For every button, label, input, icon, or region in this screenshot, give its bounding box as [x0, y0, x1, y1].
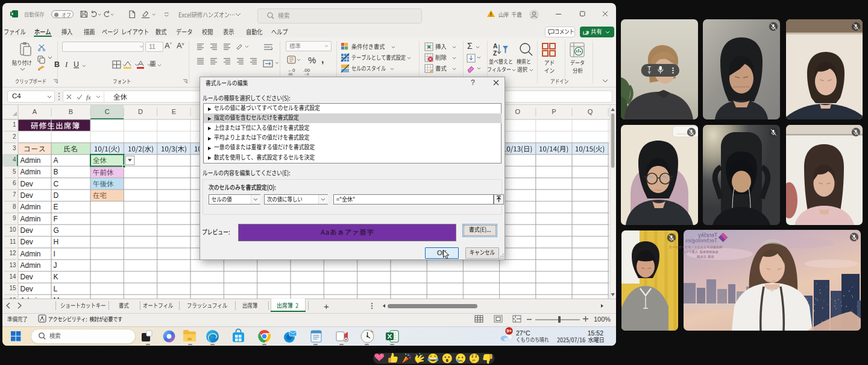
svg-text:9+: 9+	[506, 328, 512, 334]
